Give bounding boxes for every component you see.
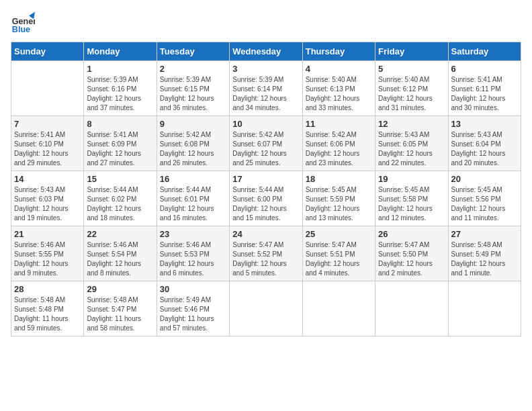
day-info: Sunrise: 5:48 AM Sunset: 5:48 PM Dayligh… <box>14 295 81 333</box>
day-number: 15 <box>87 174 153 184</box>
day-number: 10 <box>232 119 299 129</box>
calendar-cell: 12Sunrise: 5:43 AM Sunset: 6:05 PM Dayli… <box>375 116 448 171</box>
day-header-saturday: Saturday <box>448 42 521 61</box>
day-info: Sunrise: 5:40 AM Sunset: 6:12 PM Dayligh… <box>378 75 445 113</box>
calendar-cell: 29Sunrise: 5:48 AM Sunset: 5:47 PM Dayli… <box>84 281 157 336</box>
day-info: Sunrise: 5:42 AM Sunset: 6:08 PM Dayligh… <box>160 130 226 168</box>
calendar-cell: 26Sunrise: 5:47 AM Sunset: 5:50 PM Dayli… <box>375 226 448 281</box>
day-info: Sunrise: 5:44 AM Sunset: 6:01 PM Dayligh… <box>160 185 226 223</box>
calendar-week-1: 1Sunrise: 5:39 AM Sunset: 6:16 PM Daylig… <box>11 61 521 116</box>
day-info: Sunrise: 5:46 AM Sunset: 5:55 PM Dayligh… <box>14 240 81 278</box>
page-header: General Blue <box>11 11 521 35</box>
day-info: Sunrise: 5:46 AM Sunset: 5:54 PM Dayligh… <box>87 240 153 278</box>
calendar-cell: 25Sunrise: 5:47 AM Sunset: 5:51 PM Dayli… <box>302 226 375 281</box>
day-header-tuesday: Tuesday <box>157 42 229 61</box>
day-number: 3 <box>232 64 299 74</box>
calendar-week-5: 28Sunrise: 5:48 AM Sunset: 5:48 PM Dayli… <box>11 281 521 336</box>
day-header-thursday: Thursday <box>302 42 375 61</box>
day-info: Sunrise: 5:47 AM Sunset: 5:52 PM Dayligh… <box>232 240 299 278</box>
calendar-cell: 22Sunrise: 5:46 AM Sunset: 5:54 PM Dayli… <box>84 226 157 281</box>
day-info: Sunrise: 5:44 AM Sunset: 6:02 PM Dayligh… <box>87 185 153 223</box>
day-info: Sunrise: 5:44 AM Sunset: 6:00 PM Dayligh… <box>232 185 299 223</box>
calendar-cell: 15Sunrise: 5:44 AM Sunset: 6:02 PM Dayli… <box>84 171 157 226</box>
calendar-week-2: 7Sunrise: 5:41 AM Sunset: 6:10 PM Daylig… <box>11 116 521 171</box>
day-info: Sunrise: 5:43 AM Sunset: 6:05 PM Dayligh… <box>378 130 445 168</box>
calendar-header-row: SundayMondayTuesdayWednesdayThursdayFrid… <box>11 42 521 61</box>
day-info: Sunrise: 5:46 AM Sunset: 5:53 PM Dayligh… <box>160 240 226 278</box>
day-number: 8 <box>87 119 153 129</box>
calendar-cell <box>11 61 84 116</box>
calendar-cell: 24Sunrise: 5:47 AM Sunset: 5:52 PM Dayli… <box>230 226 302 281</box>
day-number: 29 <box>87 284 153 294</box>
day-number: 27 <box>451 229 518 239</box>
calendar-week-4: 21Sunrise: 5:46 AM Sunset: 5:55 PM Dayli… <box>11 226 521 281</box>
calendar-cell: 14Sunrise: 5:43 AM Sunset: 6:03 PM Dayli… <box>11 171 84 226</box>
calendar-cell: 20Sunrise: 5:45 AM Sunset: 5:56 PM Dayli… <box>448 171 521 226</box>
calendar-cell: 11Sunrise: 5:42 AM Sunset: 6:06 PM Dayli… <box>302 116 375 171</box>
calendar-table: SundayMondayTuesdayWednesdayThursdayFrid… <box>11 42 521 336</box>
calendar-cell: 16Sunrise: 5:44 AM Sunset: 6:01 PM Dayli… <box>157 171 229 226</box>
day-number: 17 <box>232 174 299 184</box>
calendar-body: 1Sunrise: 5:39 AM Sunset: 6:16 PM Daylig… <box>11 61 521 336</box>
day-number: 19 <box>378 174 445 184</box>
day-info: Sunrise: 5:39 AM Sunset: 6:14 PM Dayligh… <box>232 75 299 113</box>
day-number: 1 <box>87 64 153 74</box>
day-info: Sunrise: 5:48 AM Sunset: 5:47 PM Dayligh… <box>87 295 153 333</box>
calendar-cell: 28Sunrise: 5:48 AM Sunset: 5:48 PM Dayli… <box>11 281 84 336</box>
day-number: 26 <box>378 229 445 239</box>
calendar-cell <box>302 281 375 336</box>
day-number: 2 <box>160 64 226 74</box>
calendar-cell: 19Sunrise: 5:45 AM Sunset: 5:58 PM Dayli… <box>375 171 448 226</box>
day-number: 25 <box>306 229 372 239</box>
day-number: 22 <box>87 229 153 239</box>
calendar-cell: 2Sunrise: 5:39 AM Sunset: 6:15 PM Daylig… <box>157 61 229 116</box>
calendar-week-3: 14Sunrise: 5:43 AM Sunset: 6:03 PM Dayli… <box>11 171 521 226</box>
day-info: Sunrise: 5:45 AM Sunset: 5:56 PM Dayligh… <box>451 185 518 223</box>
day-number: 9 <box>160 119 226 129</box>
day-info: Sunrise: 5:41 AM Sunset: 6:10 PM Dayligh… <box>14 130 81 168</box>
day-header-friday: Friday <box>375 42 448 61</box>
day-number: 7 <box>14 119 81 129</box>
day-number: 12 <box>378 119 445 129</box>
calendar-cell: 7Sunrise: 5:41 AM Sunset: 6:10 PM Daylig… <box>11 116 84 171</box>
day-number: 4 <box>306 64 372 74</box>
logo-icon: General Blue <box>11 11 35 35</box>
calendar-cell: 4Sunrise: 5:40 AM Sunset: 6:13 PM Daylig… <box>302 61 375 116</box>
day-number: 23 <box>160 229 226 239</box>
calendar-cell <box>375 281 448 336</box>
calendar-cell: 3Sunrise: 5:39 AM Sunset: 6:14 PM Daylig… <box>230 61 302 116</box>
calendar-cell <box>230 281 302 336</box>
day-header-monday: Monday <box>84 42 157 61</box>
day-number: 28 <box>14 284 81 294</box>
day-info: Sunrise: 5:48 AM Sunset: 5:49 PM Dayligh… <box>451 240 518 278</box>
day-info: Sunrise: 5:45 AM Sunset: 5:59 PM Dayligh… <box>306 185 372 223</box>
calendar-cell: 17Sunrise: 5:44 AM Sunset: 6:00 PM Dayli… <box>230 171 302 226</box>
calendar-cell: 5Sunrise: 5:40 AM Sunset: 6:12 PM Daylig… <box>375 61 448 116</box>
day-number: 16 <box>160 174 226 184</box>
day-header-sunday: Sunday <box>11 42 84 61</box>
day-info: Sunrise: 5:42 AM Sunset: 6:07 PM Dayligh… <box>232 130 299 168</box>
day-number: 13 <box>451 119 518 129</box>
day-info: Sunrise: 5:49 AM Sunset: 5:46 PM Dayligh… <box>160 295 226 333</box>
day-info: Sunrise: 5:43 AM Sunset: 6:03 PM Dayligh… <box>14 185 81 223</box>
day-number: 20 <box>451 174 518 184</box>
day-info: Sunrise: 5:39 AM Sunset: 6:16 PM Dayligh… <box>87 75 153 113</box>
day-info: Sunrise: 5:45 AM Sunset: 5:58 PM Dayligh… <box>378 185 445 223</box>
calendar-cell: 8Sunrise: 5:41 AM Sunset: 6:09 PM Daylig… <box>84 116 157 171</box>
day-info: Sunrise: 5:47 AM Sunset: 5:51 PM Dayligh… <box>306 240 372 278</box>
calendar-cell: 18Sunrise: 5:45 AM Sunset: 5:59 PM Dayli… <box>302 171 375 226</box>
svg-text:Blue: Blue <box>12 25 30 34</box>
day-number: 30 <box>160 284 226 294</box>
calendar-cell <box>448 281 521 336</box>
day-number: 14 <box>14 174 81 184</box>
day-info: Sunrise: 5:41 AM Sunset: 6:11 PM Dayligh… <box>451 75 518 113</box>
logo: General Blue <box>11 11 35 35</box>
day-info: Sunrise: 5:43 AM Sunset: 6:04 PM Dayligh… <box>451 130 518 168</box>
day-info: Sunrise: 5:42 AM Sunset: 6:06 PM Dayligh… <box>306 130 372 168</box>
day-number: 18 <box>306 174 372 184</box>
day-number: 6 <box>451 64 518 74</box>
calendar-cell: 9Sunrise: 5:42 AM Sunset: 6:08 PM Daylig… <box>157 116 229 171</box>
day-number: 5 <box>378 64 445 74</box>
day-number: 24 <box>232 229 299 239</box>
day-info: Sunrise: 5:39 AM Sunset: 6:15 PM Dayligh… <box>160 75 226 113</box>
